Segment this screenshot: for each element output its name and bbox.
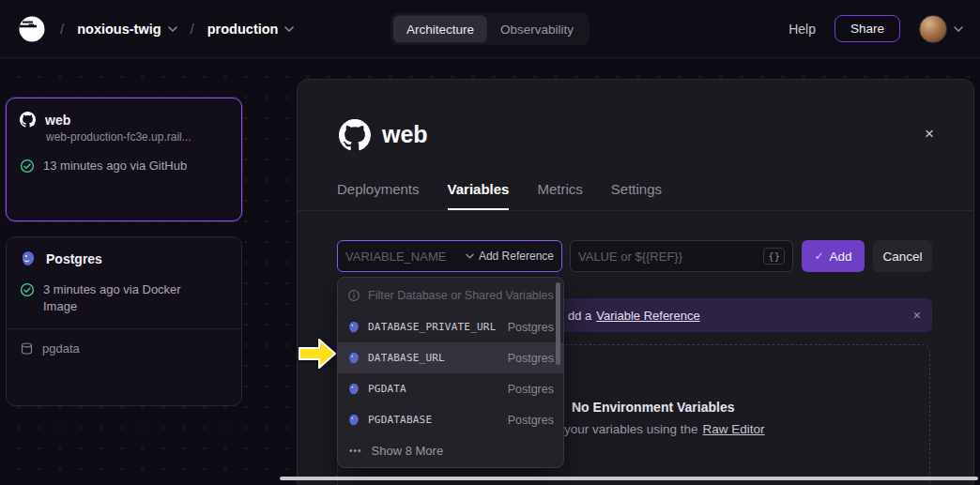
volume-disk-icon xyxy=(20,341,34,356)
ellipsis-icon: ••• xyxy=(349,446,362,456)
raw-editor-link[interactable]: Raw Editor xyxy=(703,422,765,436)
dropdown-filter-field[interactable] xyxy=(368,289,554,302)
banner-text: dd a xyxy=(568,309,591,323)
project-name: noxious-twig xyxy=(77,22,161,37)
deploy-status-text: 13 minutes ago via GitHub xyxy=(43,158,187,174)
tab-deployments[interactable]: Deployments xyxy=(337,181,420,210)
postgres-icon xyxy=(347,321,360,334)
account-menu[interactable] xyxy=(919,15,963,43)
variable-name: DATABASE_PRIVATE_URL xyxy=(368,321,500,333)
tab-variables[interactable]: Variables xyxy=(448,181,510,210)
environment-name: production xyxy=(207,22,279,37)
tab-settings[interactable]: Settings xyxy=(611,181,662,210)
variable-name: PGDATABASE xyxy=(368,414,500,426)
variable-source: Postgres xyxy=(508,414,554,427)
variable-source: Postgres xyxy=(508,321,554,334)
service-name: Postgres xyxy=(46,251,102,266)
info-icon xyxy=(347,289,360,302)
avatar[interactable] xyxy=(919,15,947,43)
postgres-icon xyxy=(347,414,360,427)
success-check-icon xyxy=(20,282,35,297)
add-button-label: Add xyxy=(830,250,852,264)
chevron-down-icon xyxy=(466,253,474,259)
top-navbar: / noxious-twig / production Architecture… xyxy=(0,0,980,58)
app-window: / noxious-twig / production Architecture… xyxy=(0,0,980,485)
help-link[interactable]: Help xyxy=(789,22,816,37)
empty-state-subtitle-text: your variables using the xyxy=(564,422,698,436)
check-icon: ✓ xyxy=(814,250,823,263)
postgres-icon xyxy=(347,352,360,365)
variable-source: Postgres xyxy=(508,383,554,396)
view-switcher: Architecture Observability xyxy=(390,12,590,45)
breadcrumb-environment[interactable]: production xyxy=(207,22,295,37)
dropdown-scrollbar[interactable] xyxy=(556,282,560,365)
volume-name: pgdata xyxy=(42,341,80,356)
dropdown-item-pgdatabase[interactable]: PGDATABASE Postgres xyxy=(338,404,563,435)
variable-value-field[interactable] xyxy=(578,250,763,264)
variable-name-input[interactable]: Add Reference xyxy=(337,240,562,272)
service-domain: web-production-fc3e.up.rail... xyxy=(46,130,228,144)
deploy-status: 13 minutes ago via GitHub xyxy=(20,158,228,174)
postgres-icon xyxy=(347,383,360,396)
railway-logo-icon[interactable] xyxy=(17,14,47,44)
dropdown-item-pgdata[interactable]: PGDATA Postgres xyxy=(338,373,563,404)
postgres-icon xyxy=(20,250,37,267)
empty-state-subtitle: your variables using the Raw Editor xyxy=(564,422,765,436)
navbar-right: Help Share xyxy=(789,15,963,43)
show-more-label: Show 8 More xyxy=(372,444,444,458)
card-header: Postgres xyxy=(20,250,228,267)
chevron-down-icon xyxy=(284,26,294,32)
variable-source: Postgres xyxy=(508,352,554,365)
dropdown-item-database-url[interactable]: DATABASE_URL Postgres xyxy=(338,342,563,373)
variable-name: DATABASE_URL xyxy=(368,352,500,364)
tab-observability[interactable]: Observability xyxy=(487,15,587,42)
panel-title: web xyxy=(382,121,428,148)
close-icon[interactable]: × xyxy=(925,125,934,144)
banner-close-icon[interactable]: × xyxy=(913,308,932,323)
highlight-arrow-icon xyxy=(297,336,338,371)
github-icon xyxy=(20,112,36,128)
chevron-down-icon xyxy=(954,26,963,32)
deploy-status: 3 minutes ago via Docker Image xyxy=(20,281,228,315)
share-button[interactable]: Share xyxy=(835,15,900,42)
dropdown-filter[interactable] xyxy=(338,279,563,311)
service-detail-panel: web × Deployments Variables Metrics Sett… xyxy=(297,79,974,485)
variable-name-field[interactable] xyxy=(345,250,466,264)
tab-architecture[interactable]: Architecture xyxy=(393,15,487,42)
dropdown-item-database-private-url[interactable]: DATABASE_PRIVATE_URL Postgres xyxy=(338,311,563,342)
variable-reference-link[interactable]: Variable Reference xyxy=(596,309,699,323)
card-divider xyxy=(7,328,241,329)
show-more-button[interactable]: ••• Show 8 More xyxy=(338,435,563,466)
volume-row[interactable]: pgdata xyxy=(20,341,228,356)
add-reference-label: Add Reference xyxy=(479,250,554,263)
empty-state-title: No Environment Variables xyxy=(572,400,735,415)
chevron-down-icon xyxy=(168,26,177,32)
add-reference-button[interactable]: Add Reference xyxy=(466,250,554,263)
braces-icon[interactable]: {} xyxy=(763,248,785,265)
cancel-button[interactable]: Cancel xyxy=(873,240,932,272)
breadcrumb-separator: / xyxy=(191,21,194,37)
breadcrumb-separator: / xyxy=(60,21,64,37)
variable-reference-dropdown: DATABASE_PRIVATE_URL Postgres DATABASE_U… xyxy=(337,277,564,468)
panel-tabs: Deployments Variables Metrics Settings xyxy=(337,181,662,210)
service-card-web[interactable]: web web-production-fc3e.up.rail... 13 mi… xyxy=(6,98,242,221)
card-header: web xyxy=(20,112,228,128)
tab-metrics[interactable]: Metrics xyxy=(537,181,582,210)
breadcrumb-project[interactable]: noxious-twig xyxy=(77,22,176,37)
service-name: web xyxy=(45,113,70,128)
variable-name: PGDATA xyxy=(368,383,500,395)
deploy-status-text: 3 minutes ago via Docker Image xyxy=(43,281,212,315)
tabs-divider xyxy=(298,210,973,211)
variable-value-input[interactable]: {} xyxy=(570,240,793,272)
success-check-icon xyxy=(20,159,35,174)
add-variable-button[interactable]: ✓ Add xyxy=(802,240,865,272)
horizontal-scrollbar[interactable] xyxy=(280,477,978,480)
github-icon xyxy=(339,119,371,155)
service-card-postgres[interactable]: Postgres 3 minutes ago via Docker Image … xyxy=(6,236,242,406)
